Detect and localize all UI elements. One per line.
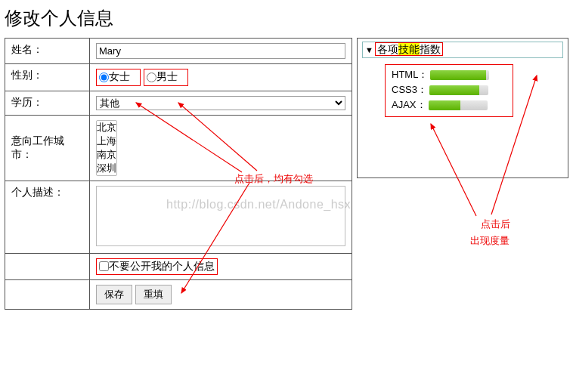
city-option[interactable]: 南京 [97, 148, 116, 162]
name-label: 姓名： [5, 39, 90, 64]
skill-meter [429, 85, 488, 95]
name-input[interactable] [96, 43, 345, 59]
annotation-summary2: 出现度量 [470, 234, 510, 248]
skill-meter [429, 100, 488, 110]
skill-row: AJAX： [392, 98, 506, 112]
city-select[interactable]: 北京上海南京深圳 [96, 120, 117, 176]
skills-box: HTML：CSS3：AJAX： [385, 64, 513, 117]
reset-button[interactable]: 重填 [135, 285, 172, 304]
gender-radio-female[interactable] [99, 73, 109, 82]
skill-row: CSS3： [392, 83, 506, 97]
skill-label: AJAX： [392, 98, 426, 112]
gender-male-label: 男士 [156, 70, 178, 84]
skill-meter [430, 70, 489, 80]
save-button[interactable]: 保存 [96, 285, 132, 304]
city-option[interactable]: 北京 [97, 121, 116, 134]
desc-textarea[interactable] [96, 186, 345, 246]
skill-label: HTML： [392, 68, 428, 82]
skill-row: HTML： [392, 68, 506, 82]
education-select[interactable]: 其他 [96, 96, 345, 110]
education-label: 学历： [5, 91, 90, 115]
gender-radio-male[interactable] [147, 73, 156, 82]
triangle-icon: ▼ [365, 45, 373, 54]
skills-summary[interactable]: ▼ 各项技能指数 [362, 42, 563, 58]
city-option[interactable]: 上海 [97, 134, 116, 148]
skill-label: CSS3： [392, 83, 427, 97]
annotation-summary1: 点击后 [481, 218, 510, 231]
city-option[interactable]: 深圳 [97, 162, 116, 175]
gender-female-label: 女士 [109, 70, 130, 84]
watermark: http://blog.csdn.net/Andone_hsx [166, 198, 351, 211]
city-label: 意向工作城市： [5, 115, 90, 181]
private-checkbox[interactable] [99, 261, 109, 271]
desc-label: 个人描述： [5, 181, 90, 253]
private-label: 不要公开我的个人信息 [109, 260, 215, 273]
annotation-radio: 点击后，均有勾选 [234, 172, 313, 186]
page-title: 修改个人信息 [5, 6, 573, 30]
skills-panel: ▼ 各项技能指数 HTML：CSS3：AJAX： [357, 38, 568, 178]
gender-label: 性别： [5, 64, 90, 91]
skills-details[interactable]: ▼ 各项技能指数 HTML：CSS3：AJAX： [362, 42, 563, 117]
